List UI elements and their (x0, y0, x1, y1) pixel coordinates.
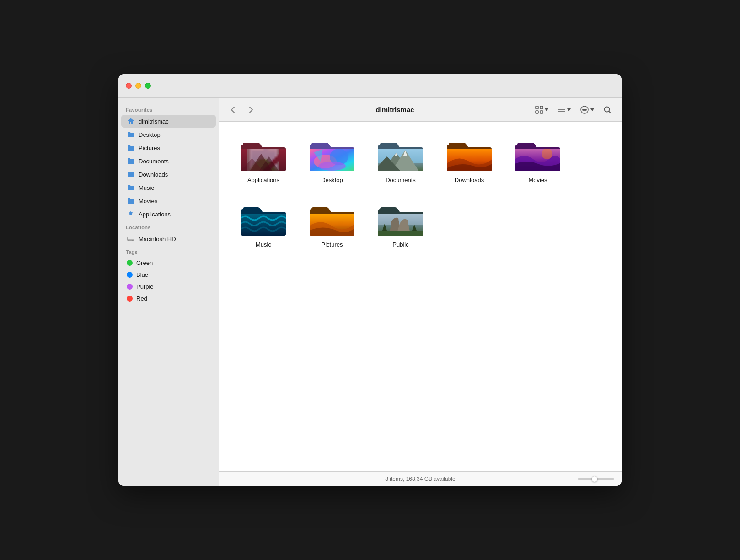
sidebar-item-tag-red[interactable]: Red (121, 293, 216, 304)
zoom-control (578, 478, 614, 480)
file-label: Applications (247, 177, 279, 184)
forward-button[interactable] (245, 103, 257, 116)
file-item-public[interactable]: Public (371, 197, 430, 253)
svg-point-13 (585, 109, 586, 110)
main-panel: dimitrismac (219, 98, 622, 486)
sidebar-item-tag-purple[interactable]: Purple (121, 281, 216, 292)
folder-icon (127, 170, 135, 178)
toolbar-actions (532, 103, 614, 116)
sidebar-item-dimitrismac[interactable]: dimitrismac (121, 115, 216, 128)
svg-rect-0 (128, 237, 134, 241)
sidebar-item-label: Red (136, 295, 147, 302)
sidebar-item-label: Documents (139, 158, 169, 165)
sidebar-item-label: Blue (136, 271, 148, 278)
sidebar-item-label: Applications (139, 211, 171, 218)
svg-rect-6 (540, 111, 543, 113)
folder-icon-applications (241, 136, 286, 173)
file-item-music[interactable]: Music (234, 197, 293, 253)
home-icon (127, 117, 135, 125)
folder-icon (127, 130, 135, 139)
file-grid: Applications (219, 122, 622, 471)
file-item-documents[interactable]: Documents (371, 133, 430, 188)
file-item-movies[interactable]: Movies (508, 133, 568, 188)
svg-line-15 (609, 111, 611, 113)
purple-tag-dot (127, 284, 133, 290)
sidebar-item-pictures[interactable]: Pictures (121, 141, 216, 154)
file-item-applications[interactable]: Applications (234, 133, 293, 188)
sidebar-item-movies[interactable]: Movies (121, 194, 216, 207)
view-grid-button[interactable] (532, 104, 551, 116)
view-list-button[interactable] (555, 104, 574, 116)
file-label: Public (392, 241, 408, 249)
folder-icon-music (241, 201, 286, 237)
sidebar-item-label: Macintosh HD (139, 236, 176, 242)
folder-icon-public (378, 201, 424, 237)
folder-icon (127, 183, 135, 192)
file-label: Downloads (455, 177, 484, 184)
status-text: 8 items, 168,34 GB available (385, 476, 455, 482)
favourites-section-label: Favourites (118, 103, 219, 114)
sidebar: Favourites dimitrismac Desktop (118, 98, 219, 486)
sidebar-item-desktop[interactable]: Desktop (121, 128, 216, 141)
file-item-desktop[interactable]: Desktop (302, 133, 362, 188)
svg-point-12 (584, 109, 585, 110)
blue-tag-dot (127, 272, 133, 278)
action-button[interactable] (577, 103, 597, 116)
file-label: Pictures (322, 241, 343, 249)
sidebar-item-label: Pictures (139, 145, 160, 151)
folder-icon-pictures (309, 201, 355, 237)
zoom-thumb[interactable] (591, 476, 598, 482)
green-tag-dot (127, 260, 133, 266)
sidebar-item-label: Downloads (139, 171, 168, 178)
sidebar-item-applications[interactable]: Applications (121, 208, 216, 221)
tags-section-label: Tags (118, 246, 219, 257)
maximize-button[interactable] (145, 83, 151, 89)
window-title: dimitrismac (263, 106, 527, 113)
sidebar-item-tag-green[interactable]: Green (121, 257, 216, 269)
svg-point-2 (132, 240, 133, 241)
sidebar-item-label: Desktop (139, 131, 161, 138)
folder-icon-movies (515, 136, 561, 173)
sidebar-item-downloads[interactable]: Downloads (121, 168, 216, 181)
sidebar-item-label: Movies (139, 198, 157, 205)
folder-icon (127, 197, 135, 205)
back-button[interactable] (226, 103, 239, 116)
minimize-button[interactable] (135, 83, 141, 89)
toolbar: dimitrismac (219, 98, 622, 122)
sidebar-item-label: Purple (136, 283, 154, 290)
svg-rect-4 (540, 106, 543, 109)
finder-window: Favourites dimitrismac Desktop (118, 74, 622, 486)
locations-section-label: Locations (118, 221, 219, 232)
file-label: Movies (528, 177, 547, 184)
sidebar-item-tag-blue[interactable]: Blue (121, 269, 216, 280)
file-item-downloads[interactable]: Downloads (440, 133, 499, 188)
titlebar (118, 74, 622, 98)
file-label: Desktop (321, 177, 343, 184)
status-bar: 8 items, 168,34 GB available (219, 471, 622, 486)
file-label: Music (256, 241, 271, 249)
folder-icon-desktop (309, 136, 355, 173)
svg-point-23 (318, 162, 346, 171)
drive-icon (127, 235, 135, 243)
svg-rect-5 (536, 111, 538, 113)
sidebar-item-macintosh-hd[interactable]: Macintosh HD (121, 232, 216, 245)
traffic-lights (126, 83, 151, 89)
svg-point-14 (605, 107, 610, 112)
file-label: Documents (386, 177, 416, 184)
svg-point-11 (583, 109, 584, 110)
sidebar-item-label: Music (139, 184, 154, 191)
close-button[interactable] (126, 83, 132, 89)
file-item-pictures[interactable]: Pictures (302, 197, 362, 253)
sidebar-item-label: Green (136, 259, 153, 266)
svg-rect-3 (536, 106, 538, 109)
folder-icon-downloads (446, 136, 492, 173)
svg-point-34 (542, 148, 552, 159)
sidebar-item-documents[interactable]: Documents (121, 155, 216, 167)
svg-rect-39 (378, 231, 424, 236)
search-button[interactable] (601, 104, 614, 116)
zoom-slider[interactable] (578, 478, 614, 480)
folder-icon (127, 144, 135, 152)
sidebar-item-label: dimitrismac (139, 118, 169, 125)
sidebar-item-music[interactable]: Music (121, 181, 216, 194)
folder-icon-documents (378, 136, 424, 173)
